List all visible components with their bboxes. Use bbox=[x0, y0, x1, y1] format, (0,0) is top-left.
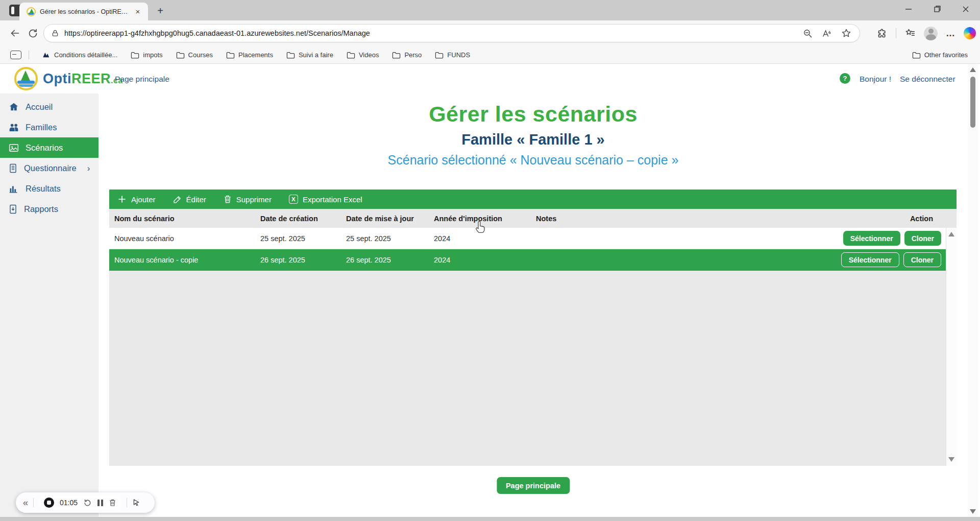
cell-created-date: 25 sept. 2025 bbox=[260, 234, 346, 243]
sidebar-item-label: Rapports bbox=[24, 204, 58, 214]
stop-recording-icon[interactable] bbox=[44, 498, 54, 508]
export-excel-button[interactable]: X Exportation Excel bbox=[289, 195, 362, 204]
bookmark-label: Placements bbox=[238, 51, 273, 59]
scrollbar-thumb[interactable] bbox=[970, 77, 975, 128]
table-toolbar: Ajouter Éditer Supprimer X Exportation E… bbox=[109, 190, 957, 209]
address-bar[interactable]: https://optireerapp1-g4fzhxhgbpg0hug5.ca… bbox=[43, 24, 860, 42]
tab-close-icon[interactable]: × bbox=[133, 7, 143, 17]
sidebar-item-questionnaire[interactable]: Questionnaire › bbox=[0, 158, 99, 178]
collections-icon[interactable] bbox=[904, 28, 916, 38]
restore-button[interactable] bbox=[923, 0, 951, 20]
greeting-link[interactable]: Bonjour ! bbox=[860, 75, 891, 84]
recorder-divider bbox=[127, 498, 127, 507]
nav-page-principale-link[interactable]: Page principale bbox=[115, 75, 169, 84]
sidebar-item-resultats[interactable]: Résultats bbox=[0, 178, 99, 199]
browser-titlebar: Gérer les scénarios - OptiREER × + bbox=[0, 0, 980, 20]
conditions-favicon bbox=[42, 51, 51, 58]
profile-avatar[interactable] bbox=[924, 27, 938, 40]
cell-actions: Sélectionner Cloner bbox=[847, 252, 957, 267]
back-icon[interactable] bbox=[9, 28, 20, 39]
sidebar-toggle-icon[interactable] bbox=[10, 51, 21, 59]
image-icon bbox=[9, 144, 19, 152]
scrollbar-down-icon[interactable] bbox=[970, 509, 976, 514]
delete-button[interactable]: Supprimer bbox=[224, 195, 272, 204]
add-button[interactable]: Ajouter bbox=[117, 195, 156, 204]
cell-actions: Sélectionner Cloner bbox=[847, 231, 957, 246]
col-annee-imposition[interactable]: Année d'imposition bbox=[434, 215, 536, 223]
sidebar-item-accueil[interactable]: Accueil bbox=[0, 97, 99, 117]
new-tab-button[interactable]: + bbox=[153, 5, 167, 18]
favorite-star-icon[interactable] bbox=[841, 28, 851, 38]
scroll-up-icon[interactable] bbox=[948, 232, 954, 236]
bookmark-conditions[interactable]: Conditions détaillée... bbox=[42, 51, 117, 59]
col-date-creation[interactable]: Date de création bbox=[260, 215, 346, 223]
sidebar-item-familles[interactable]: Familles bbox=[0, 117, 99, 137]
cursor-tool-icon[interactable] bbox=[132, 499, 140, 507]
main-content: Gérer les scénarios Famille « Famille 1 … bbox=[99, 93, 968, 517]
bookmark-perso[interactable]: Perso bbox=[392, 51, 422, 59]
edit-button[interactable]: Éditer bbox=[173, 195, 206, 204]
bookmark-label: Suivi a faire bbox=[299, 51, 333, 59]
edit-button-label: Éditer bbox=[186, 195, 206, 204]
export-button-label: Exportation Excel bbox=[303, 195, 362, 204]
browser-scrollbar[interactable] bbox=[968, 64, 978, 517]
clone-button[interactable]: Cloner bbox=[903, 252, 941, 267]
scroll-down-icon[interactable] bbox=[948, 457, 954, 462]
settings-menu-icon[interactable]: … bbox=[946, 28, 955, 39]
sidebar-item-rapports[interactable]: Rapports bbox=[0, 199, 99, 219]
table-scrollbar[interactable] bbox=[946, 228, 957, 466]
scrollbar-up-icon[interactable] bbox=[970, 67, 976, 72]
navbar-right-icons: … bbox=[877, 20, 976, 46]
app-header: OptiREER.ca Page principale ? Bonjour ! … bbox=[0, 64, 968, 93]
cell-tax-year: 2024 bbox=[434, 234, 536, 243]
other-favorites[interactable]: Other favorites bbox=[912, 46, 968, 64]
bookmark-courses[interactable]: Courses bbox=[176, 51, 213, 59]
bookmark-label: FUNDS bbox=[447, 51, 470, 59]
table-row[interactable]: Nouveau scénario 25 sept. 2025 25 sept. … bbox=[109, 228, 957, 249]
logout-link[interactable]: Se déconnecter bbox=[900, 75, 955, 84]
bookmark-videos[interactable]: Videos bbox=[347, 51, 379, 59]
home-icon bbox=[9, 102, 19, 111]
copilot-icon[interactable] bbox=[964, 27, 976, 39]
app-logo[interactable]: OptiREER.ca bbox=[14, 67, 123, 90]
browser-tab[interactable]: Gérer les scénarios - OptiREER × bbox=[19, 3, 148, 20]
col-date-mise-a-jour[interactable]: Date de mise à jour bbox=[346, 215, 434, 223]
refresh-icon[interactable] bbox=[28, 28, 38, 39]
close-window-button[interactable] bbox=[951, 0, 980, 20]
lock-icon bbox=[51, 29, 59, 37]
clone-button[interactable]: Cloner bbox=[904, 231, 941, 246]
select-button[interactable]: Sélectionner bbox=[843, 231, 900, 246]
sidebar-nav: Accueil Familles Scénarios Questionnaire… bbox=[0, 93, 99, 517]
report-download-icon bbox=[9, 204, 17, 214]
url-text[interactable]: https://optireerapp1-g4fzhxhgbpg0hug5.ca… bbox=[64, 29, 803, 37]
bookmark-suivi[interactable]: Suivi a faire bbox=[286, 51, 333, 59]
pause-recording-icon[interactable] bbox=[97, 500, 103, 506]
sidebar-item-scenarios[interactable]: Scénarios bbox=[0, 137, 99, 158]
window-controls bbox=[894, 0, 980, 20]
folder-icon bbox=[347, 51, 355, 59]
extensions-icon[interactable] bbox=[877, 28, 888, 39]
read-aloud-icon[interactable] bbox=[822, 29, 832, 38]
minimize-button[interactable] bbox=[894, 0, 923, 20]
recorder-collapse-icon[interactable]: « bbox=[23, 498, 28, 508]
table-row-selected[interactable]: Nouveau scénario - copie 26 sept. 2025 2… bbox=[109, 249, 957, 271]
col-action: Action bbox=[847, 215, 957, 223]
brand-name: OptiREER.ca bbox=[43, 71, 123, 87]
col-notes[interactable]: Notes bbox=[536, 215, 847, 223]
page-principale-button[interactable]: Page principale bbox=[497, 477, 570, 494]
sidebar-item-label: Questionnaire bbox=[24, 163, 77, 173]
table-header-row: Nom du scénario Date de création Date de… bbox=[109, 209, 957, 228]
bookmark-impots[interactable]: impots bbox=[131, 51, 162, 59]
select-button[interactable]: Sélectionner bbox=[841, 252, 899, 267]
restart-recording-icon[interactable] bbox=[83, 499, 92, 507]
cell-scenario-name: Nouveau scénario bbox=[114, 234, 260, 243]
page-title: Gérer les scénarios bbox=[99, 102, 968, 127]
col-nom-scenario[interactable]: Nom du scénario bbox=[114, 215, 260, 223]
recorder-controls: 01:05 bbox=[39, 495, 121, 510]
zoom-out-icon[interactable] bbox=[803, 29, 813, 38]
bookmark-funds[interactable]: FUNDS bbox=[435, 51, 470, 59]
people-icon bbox=[9, 123, 19, 132]
help-icon[interactable]: ? bbox=[840, 73, 850, 84]
delete-recording-icon[interactable] bbox=[109, 499, 116, 507]
bookmark-placements[interactable]: Placements bbox=[226, 51, 273, 59]
